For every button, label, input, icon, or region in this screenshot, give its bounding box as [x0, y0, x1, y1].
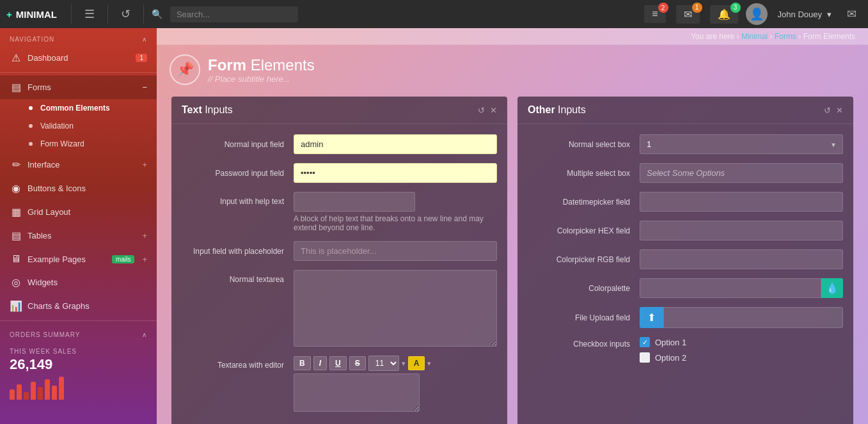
refresh-button[interactable]: ↺	[116, 4, 136, 24]
placeholder-input-label: Input field with placeholder	[182, 247, 294, 256]
widgets-label: Widgets	[28, 278, 147, 287]
colorpalette-swatch-button[interactable]: 💧	[821, 278, 843, 298]
sidebar-item-validation[interactable]: Validation	[19, 117, 157, 135]
sidebar-item-interface[interactable]: ✏ Interface +	[0, 153, 157, 177]
select-row: Normal select box 123	[528, 134, 843, 154]
sidebar-item-grid[interactable]: ▦ Grid Layout	[0, 200, 157, 224]
user-chevron-icon: ▾	[827, 10, 832, 19]
sidebar-item-forms[interactable]: ▤ Forms −	[0, 75, 157, 99]
sidebar-item-example-pages[interactable]: 🖥 Example Pages mails +	[0, 247, 157, 271]
italic-button[interactable]: I	[313, 356, 327, 370]
colorpalette-wrapper: 💧	[640, 278, 843, 298]
page-title: Form Elements	[208, 56, 315, 74]
placeholder-input-field[interactable]	[294, 241, 497, 261]
help-text-input-row: Input with help text A block of help tex…	[182, 192, 497, 232]
other-panel-close-button[interactable]: ✕	[836, 106, 843, 115]
panel-tools: ↺ ✕	[478, 106, 497, 115]
chart-bar-8	[59, 377, 64, 400]
normal-select-field[interactable]: 123	[640, 134, 843, 154]
example-pages-badge: mails	[112, 255, 134, 263]
bold-button[interactable]: B	[294, 356, 311, 370]
colorpicker-hex-field[interactable]	[640, 221, 843, 240]
editor-textarea-label: Textarea with editor	[182, 356, 294, 370]
sidebar-bottom: THIS WEEK SALES 26,149	[0, 342, 157, 406]
dot-icon	[29, 142, 33, 146]
checkbox-box-2	[640, 352, 650, 363]
breadcrumb-sep1: ›	[770, 32, 775, 41]
user-menu[interactable]: John Douey ▾	[778, 10, 832, 19]
hamburger-menu-button[interactable]: ☰	[79, 4, 100, 24]
datetime-field[interactable]	[640, 192, 843, 212]
page-subtitle: // Place subtitle here...	[208, 74, 315, 84]
sidebar-item-form-wizard[interactable]: Form Wizard	[19, 135, 157, 153]
interface-add-icon: +	[142, 160, 147, 169]
sidebar-item-common-elements[interactable]: Common Elements	[19, 99, 157, 117]
page-header: 📌 Form Elements // Place subtitle here..…	[157, 45, 868, 91]
topbar-divider3	[143, 4, 144, 24]
you-are-here-text: You are here ›	[691, 32, 741, 41]
search-input[interactable]	[170, 6, 298, 22]
colorpicker-rgb-field[interactable]	[640, 249, 843, 269]
file-upload-field[interactable]	[663, 307, 843, 328]
sidebar-item-buttons[interactable]: ◉ Buttons & Icons	[0, 177, 157, 200]
panel-refresh-button[interactable]: ↺	[478, 106, 485, 115]
underline-button[interactable]: U	[329, 356, 347, 370]
charts-icon: 📊	[10, 300, 22, 312]
checkbox-option2-label: Option 2	[655, 353, 686, 363]
textarea-field[interactable]	[294, 270, 497, 347]
normal-input-row: Normal input field	[182, 134, 497, 154]
datetime-label: Datetimepicker field	[528, 198, 640, 207]
chat-button[interactable]: ✉	[842, 4, 862, 24]
colorpalette-label: Colorpalette	[528, 284, 640, 293]
font-size-select[interactable]: 11121416	[368, 356, 399, 371]
widgets-icon: ◎	[10, 276, 22, 288]
colorpicker-hex-row: Colorpicker HEX field	[528, 221, 843, 240]
file-upload-button[interactable]: ⬆	[640, 307, 663, 328]
checkbox-option1[interactable]: ✓ Option 1	[640, 337, 686, 347]
password-input-field[interactable]	[294, 163, 497, 183]
breadcrumb-forms-link[interactable]: Forms	[775, 32, 796, 41]
messages-badge: 2	[658, 3, 668, 13]
check-icon-1: ✓	[642, 338, 648, 347]
normal-input-label: Normal input field	[182, 140, 294, 149]
buttons-icon: ◉	[10, 182, 22, 194]
sidebar-item-widgets[interactable]: ◎ Widgets	[0, 271, 157, 294]
chart-bar-3	[24, 392, 29, 400]
notifications-badge: 3	[730, 3, 741, 13]
collapse-icon[interactable]: ∧	[142, 36, 147, 43]
panel-close-button[interactable]: ✕	[490, 106, 497, 115]
datetime-row: Datetimepicker field	[528, 192, 843, 212]
interface-label: Interface	[28, 160, 137, 169]
other-inputs-title: Other Inputs	[528, 104, 586, 116]
sales-value: 26,149	[10, 356, 147, 373]
topbar-divider1	[71, 4, 72, 24]
brand-name: MINIMAL	[16, 9, 57, 20]
dot-icon	[29, 124, 33, 128]
page-icon: 📌	[170, 54, 200, 85]
help-text-input-field[interactable]	[294, 192, 415, 212]
sidebar-item-charts[interactable]: 📊 Charts & Graphs	[0, 294, 157, 318]
normal-input-field[interactable]	[294, 134, 497, 154]
brand: + MINIMAL	[6, 9, 57, 20]
sidebar-sub-forms: Common Elements Validation Form Wizard	[0, 99, 157, 153]
strikethrough-button[interactable]: S	[349, 356, 366, 370]
forms-label: Forms	[28, 82, 137, 92]
sales-label: THIS WEEK SALES	[10, 348, 147, 355]
editor-toolbar: B I U S 11121416 ▾ A ▾	[294, 356, 497, 371]
sidebar-item-tables[interactable]: ▤ Tables +	[0, 224, 157, 247]
other-panel-refresh-button[interactable]: ↺	[824, 106, 831, 115]
checkbox-option2[interactable]: Option 2	[640, 352, 686, 363]
sidebar-item-dashboard[interactable]: ⚠ Dashboard 1	[0, 46, 157, 70]
breadcrumb: You are here › Minimal › Forms › Form El…	[157, 28, 868, 45]
font-color-button[interactable]: A	[408, 356, 425, 370]
breadcrumb-minimal-link[interactable]: Minimal	[741, 32, 768, 41]
editor-textarea-field[interactable]	[294, 373, 420, 412]
colorpalette-field[interactable]	[640, 278, 821, 298]
forms-icon: ▤	[10, 81, 22, 93]
file-upload-row: File Upload field ⬆	[528, 307, 843, 328]
colorpicker-rgb-label: Colorpicker RGB field	[528, 255, 640, 264]
tables-add-icon: +	[142, 231, 147, 240]
multiselect-field[interactable]: Select Some Options	[640, 163, 843, 183]
navigation-section-title: NAVIGATION ∧	[0, 28, 157, 46]
orders-collapse-icon[interactable]: ∧	[142, 331, 147, 338]
